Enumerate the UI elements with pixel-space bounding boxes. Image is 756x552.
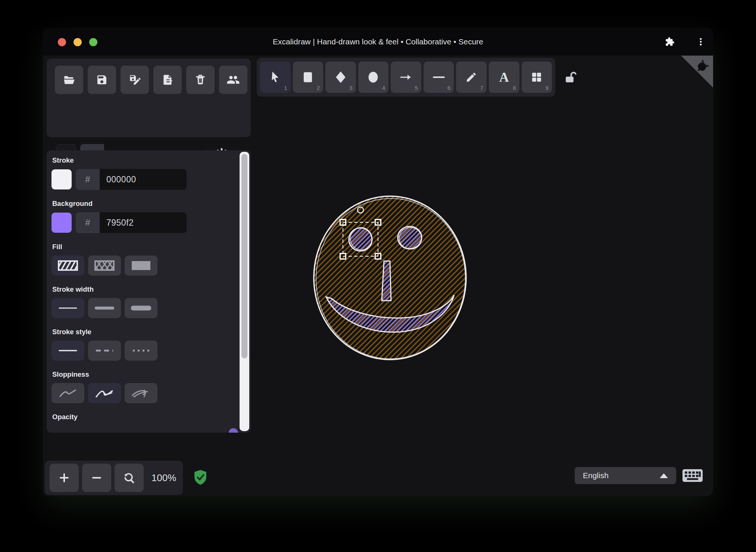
tool-draw[interactable]: 7	[456, 62, 487, 93]
save-icon	[96, 74, 108, 86]
stroke-style-solid-button[interactable]	[51, 341, 84, 361]
hachure-icon	[57, 260, 79, 272]
dotted-line-icon	[131, 348, 151, 353]
fill-options	[51, 255, 236, 276]
lock-toggle[interactable]	[563, 70, 578, 85]
architect-icon	[58, 388, 78, 398]
panel-scrollbar[interactable]	[240, 152, 249, 431]
dashed-line-icon	[94, 348, 115, 353]
zoom-level[interactable]: 100%	[147, 464, 181, 492]
fill-cross-hatch-button[interactable]	[88, 255, 121, 276]
sloppiness-architect-button[interactable]	[51, 383, 84, 403]
tool-line[interactable]: 6	[424, 62, 454, 93]
text-tool-icon: A	[499, 70, 509, 84]
export-button[interactable]	[153, 66, 182, 94]
language-select[interactable]: English	[575, 467, 676, 484]
fill-hachure-button[interactable]	[51, 255, 84, 276]
stroke-style-dotted-button[interactable]	[125, 341, 157, 361]
sloppiness-artist-button[interactable]	[88, 383, 121, 403]
stroke-width-options	[51, 298, 236, 318]
chevron-up-icon	[660, 473, 668, 478]
save-as-button[interactable]	[121, 66, 149, 94]
github-corner[interactable]	[681, 56, 713, 88]
stroke-style-dashed-button[interactable]	[88, 341, 121, 361]
opacity-slider-thumb[interactable]	[229, 428, 238, 433]
rectangle-icon	[302, 71, 313, 83]
pencil-icon	[465, 71, 477, 83]
tool-arrow[interactable]: 5	[391, 62, 421, 93]
nose-shape[interactable]	[382, 261, 391, 301]
file-actions-island: # ffffff	[47, 59, 251, 137]
unlock-icon	[564, 70, 578, 84]
sloppiness-options	[51, 383, 236, 403]
opacity-label: Opacity	[52, 413, 236, 421]
tool-ellipse[interactable]: 4	[358, 62, 389, 93]
solid-fill-icon	[130, 260, 152, 272]
keyboard-shortcuts-icon[interactable]	[682, 469, 703, 484]
encryption-shield-icon[interactable]	[194, 470, 207, 486]
collaborators-icon	[227, 73, 240, 87]
extra-bold-line-icon	[131, 305, 151, 311]
zoom-island: 100%	[45, 461, 183, 495]
tool-diamond[interactable]: 3	[325, 62, 356, 93]
arrow-icon	[400, 73, 412, 82]
export-file-icon	[162, 74, 174, 86]
background-color-swatch[interactable]	[51, 213, 72, 233]
language-value: English	[583, 471, 609, 480]
zoom-reset-button[interactable]	[115, 464, 144, 492]
window-title: Excalidraw | Hand-drawn look & feel • Co…	[43, 28, 713, 56]
library-grid-icon	[531, 71, 543, 83]
stroke-label: Stroke	[52, 156, 236, 164]
sloppiness-label: Sloppiness	[52, 370, 236, 379]
plus-icon	[59, 472, 70, 483]
properties-panel: Stroke # 000000 Background # 7950f2 Fill	[47, 150, 251, 433]
minus-icon	[91, 472, 102, 483]
zoom-reset-icon	[123, 472, 135, 484]
clear-canvas-button[interactable]	[186, 66, 215, 94]
stroke-hex-input[interactable]: # 000000	[76, 169, 187, 190]
background-hex-input[interactable]: # 7950f2	[76, 212, 187, 233]
cartoonist-icon	[131, 388, 151, 398]
shape-toolbar: 1 2 3 4 5 6 7 A 8	[257, 58, 555, 97]
stroke-color-row: # 000000	[51, 169, 236, 190]
artist-icon	[94, 388, 115, 398]
fill-solid-button[interactable]	[125, 255, 157, 276]
stroke-style-options	[51, 341, 236, 361]
stroke-width-label: Stroke width	[52, 285, 236, 294]
bold-line-icon	[94, 305, 115, 311]
app-window: Excalidraw | Hand-drawn look & feel • Co…	[43, 28, 713, 496]
cursor-icon	[270, 71, 281, 84]
stroke-width-extra-bold-button[interactable]	[125, 298, 157, 318]
titlebar: Excalidraw | Hand-drawn look & feel • Co…	[43, 28, 713, 56]
save-button[interactable]	[88, 66, 116, 94]
sloppiness-cartoonist-button[interactable]	[125, 383, 157, 403]
puzzle-extension-icon[interactable]	[665, 37, 675, 48]
panel-scrollbar-thumb[interactable]	[241, 154, 247, 358]
zoom-in-button[interactable]	[50, 464, 79, 492]
solid-line-icon	[58, 348, 78, 353]
fill-label: Fill	[52, 243, 236, 251]
zoom-out-button[interactable]	[82, 464, 111, 492]
trash-icon	[194, 74, 206, 86]
tool-text[interactable]: A 8	[489, 62, 519, 93]
collaborators-button[interactable]	[219, 66, 247, 94]
stroke-color-swatch[interactable]	[51, 169, 72, 189]
open-button[interactable]	[55, 66, 83, 94]
kebab-menu-icon[interactable]	[696, 37, 706, 48]
thin-line-icon	[58, 306, 78, 310]
line-icon	[432, 75, 445, 79]
tool-rectangle[interactable]: 2	[293, 62, 324, 93]
folder-open-icon	[63, 73, 75, 86]
diamond-icon	[334, 71, 347, 84]
ellipse-icon	[367, 71, 379, 84]
stroke-width-thin-button[interactable]	[51, 298, 84, 318]
background-color-row: # 7950f2	[51, 212, 236, 233]
save-as-icon	[128, 73, 141, 86]
cross-hatch-icon	[94, 260, 115, 272]
background-label: Background	[52, 200, 236, 208]
stroke-width-bold-button[interactable]	[88, 298, 121, 318]
tool-library[interactable]: 9	[522, 62, 552, 93]
stroke-style-label: Stroke style	[52, 328, 236, 336]
tool-selection[interactable]: 1	[260, 62, 291, 93]
